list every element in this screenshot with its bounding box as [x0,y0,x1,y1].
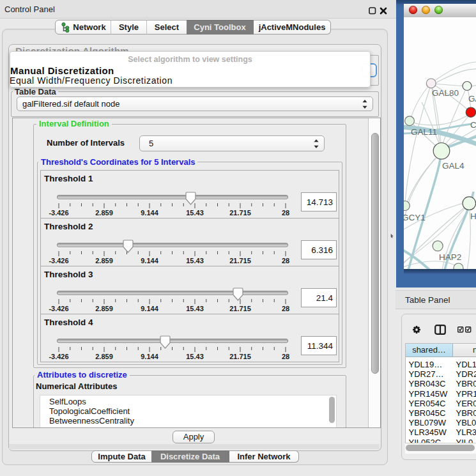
svg-text:GAL11: GAL11 [411,127,437,137]
svg-text:GAL4: GAL4 [442,161,464,171]
svg-text:HAP2: HAP2 [439,252,461,262]
svg-text:C: C [470,120,476,130]
svg-text:GCY1: GCY1 [404,213,426,222]
svg-text:GAL80: GAL80 [432,88,459,98]
svg-text:GAL3: GAL3 [468,94,476,104]
svg-text:H: H [470,211,476,221]
